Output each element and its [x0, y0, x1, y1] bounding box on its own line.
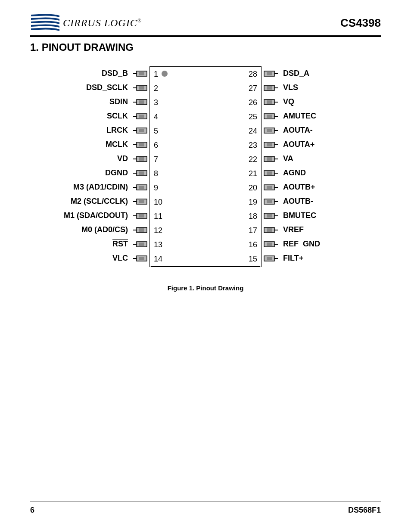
- pin-label-left: SDIN: [55, 95, 132, 109]
- pin-pad-icon: [262, 95, 279, 109]
- pin-number-right: 15: [249, 255, 257, 264]
- chip-body-row: 821: [151, 167, 260, 181]
- pin-pad-icon: [262, 180, 279, 194]
- pin-label-right: AMUTEC: [279, 109, 356, 123]
- pin-pad-icon: [262, 152, 279, 166]
- pin-pad-icon: [262, 223, 279, 237]
- pin-label-left: DSD_SCLK: [55, 81, 132, 95]
- footer: 6 DS568F1: [30, 501, 381, 515]
- pin-number-left: 13: [154, 240, 162, 249]
- pin-pad-icon: [262, 166, 279, 180]
- svg-rect-44: [267, 72, 272, 75]
- svg-rect-14: [139, 129, 144, 132]
- pin-label-right: AOUTA+: [279, 137, 356, 152]
- svg-rect-53: [267, 115, 272, 118]
- footer-rule: [30, 501, 381, 501]
- pin-label-right: FILT+: [279, 251, 356, 265]
- pin-number-left: 1: [154, 70, 158, 79]
- pin-pad-icon: [262, 251, 279, 265]
- chip-body-row: 1415: [151, 252, 260, 266]
- pin-pad-icon: [262, 237, 279, 251]
- svg-rect-29: [139, 200, 144, 203]
- pin-label-left: DGND: [55, 166, 132, 180]
- svg-rect-59: [267, 143, 272, 146]
- pin-number-left: 11: [154, 212, 162, 221]
- pin-pad-icon: [132, 95, 149, 109]
- chip-body-row: 326: [151, 96, 260, 110]
- pin-number-right: 16: [249, 240, 257, 249]
- logo-icon: [30, 13, 60, 33]
- pin-label-left: SCLK: [55, 109, 132, 123]
- svg-rect-56: [267, 129, 272, 132]
- pin-number-left: 9: [154, 184, 158, 193]
- pin-number-right: 19: [249, 198, 257, 207]
- pin-label-left: RST: [55, 237, 132, 251]
- chip-body-row: 1118: [151, 209, 260, 224]
- pin-number-left: 14: [154, 255, 162, 264]
- pin-number-right: 26: [249, 98, 257, 107]
- pin-label-right: AGND: [279, 166, 356, 180]
- pin-pad-icon: [262, 81, 279, 95]
- pin-number-right: 20: [249, 184, 257, 193]
- pin-label-right: AOUTB+: [279, 180, 356, 194]
- pin-pad-icon: [262, 208, 279, 223]
- pin-number-right: 17: [249, 226, 257, 235]
- pin-label-right: AOUTB-: [279, 194, 356, 208]
- pin-label-left: M1 (SDA/CDOUT): [55, 208, 132, 223]
- pin1-dot-icon: [162, 71, 168, 77]
- svg-rect-32: [139, 214, 144, 218]
- svg-rect-35: [139, 228, 144, 232]
- pin-pad-icon: [132, 237, 149, 251]
- pin-pad-icon: [132, 223, 149, 237]
- header: CIRRUS LOGIC® CS4398: [30, 13, 381, 33]
- pin-number-left: 3: [154, 98, 158, 107]
- svg-rect-38: [139, 243, 144, 246]
- header-rule: [30, 35, 381, 37]
- pin-pad-icon: [262, 66, 279, 81]
- pin-number-left: 10: [154, 198, 162, 207]
- pin-label-left: M3 (AD1/CDIN): [55, 180, 132, 194]
- chip-body-row: 524: [151, 124, 260, 138]
- logo-text: CIRRUS LOGIC®: [63, 17, 142, 29]
- pin-pad-icon: [262, 123, 279, 137]
- pin-pad-icon: [132, 109, 149, 123]
- pinout-diagram: DSD_BDSD_SCLKSDINSCLKLRCKMCLKVDDGNDM3 (A…: [30, 66, 381, 267]
- pin-label-right: VREF: [279, 223, 356, 237]
- part-number: CS4398: [340, 16, 381, 30]
- chip-body-row: 1316: [151, 238, 260, 252]
- svg-rect-8: [139, 100, 144, 104]
- pin-pad-icon: [262, 109, 279, 123]
- chip-body-row: 722: [151, 152, 260, 167]
- svg-rect-80: [267, 243, 272, 246]
- svg-rect-68: [267, 186, 272, 189]
- section-title: 1. PINOUT DRAWING: [30, 41, 381, 53]
- pin-number-right: 25: [249, 112, 257, 121]
- svg-rect-20: [139, 157, 144, 161]
- pin-label-left: M0 (AD0/CS): [55, 223, 132, 237]
- pin-label-right: AOUTA-: [279, 123, 356, 137]
- pin-label-right: BMUTEC: [279, 208, 356, 223]
- pin-label-right: DSD_A: [279, 66, 356, 81]
- pin-pad-icon: [132, 66, 149, 81]
- pin-pad-icon: [132, 152, 149, 166]
- pin-label-right: REF_GND: [279, 237, 356, 251]
- pin-label-left: M2 (SCL/CCLK): [55, 194, 132, 208]
- pin-number-right: 21: [249, 169, 257, 178]
- svg-rect-74: [267, 214, 272, 218]
- chip-body-row: 623: [151, 138, 260, 152]
- pin-number-right: 22: [249, 155, 257, 164]
- pin-label-right: VA: [279, 152, 356, 166]
- pin-pad-icon: [262, 137, 279, 152]
- pin-label-left: MCLK: [55, 137, 132, 152]
- pin-number-left: 5: [154, 127, 158, 136]
- svg-rect-65: [267, 171, 272, 175]
- pin-number-left: 8: [154, 169, 158, 178]
- pin-number-left: 2: [154, 84, 158, 93]
- pin-pad-icon: [132, 251, 149, 265]
- pin-number-left: 7: [154, 155, 158, 164]
- pin-number-right: 28: [249, 70, 257, 79]
- pin-label-right: VLS: [279, 81, 356, 95]
- pin-label-left: DSD_B: [55, 66, 132, 81]
- pin-pad-icon: [132, 81, 149, 95]
- pin-pad-icon: [262, 194, 279, 208]
